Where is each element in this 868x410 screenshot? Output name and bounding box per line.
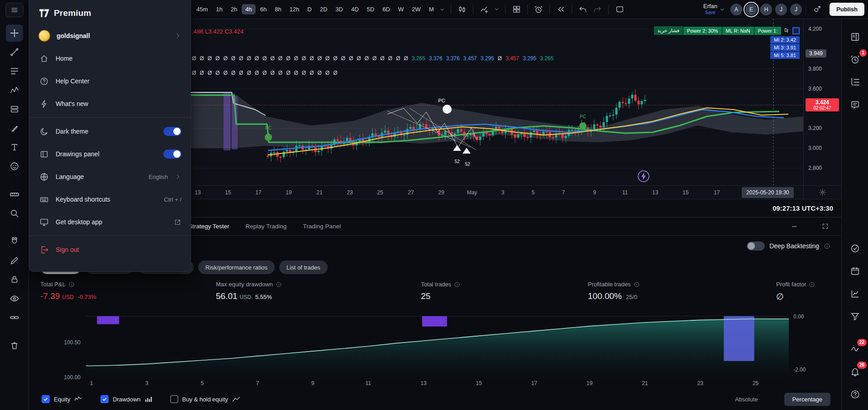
brush-tool[interactable]: [6, 120, 23, 137]
bar-replay-button[interactable]: [553, 2, 568, 17]
avatar-a-0[interactable]: A: [730, 4, 742, 15]
equity-checkbox[interactable]: Equity: [42, 395, 82, 403]
pattern-tool[interactable]: [6, 82, 23, 99]
create-alert-button[interactable]: [531, 2, 546, 17]
timeframe-2h[interactable]: 2h: [227, 4, 241, 14]
equity-chart[interactable]: [86, 312, 789, 378]
alarm-button[interactable]: 1: [846, 51, 863, 68]
alarm-icon: [850, 54, 860, 65]
deep-backtesting-toggle[interactable]: [747, 241, 765, 251]
timeframe-4h[interactable]: 4h: [242, 4, 255, 14]
info-icon[interactable]: [68, 281, 75, 288]
menu-item-language[interactable]: LanguageEnglish: [29, 165, 191, 188]
notes-button[interactable]: [846, 96, 863, 113]
info-icon[interactable]: [454, 281, 460, 288]
user-menu-chevron[interactable]: [717, 2, 727, 17]
avatar-j-3[interactable]: J: [775, 4, 787, 15]
bell-button[interactable]: 26: [846, 363, 863, 380]
timeframe-45m[interactable]: 45m: [193, 4, 211, 14]
help-button[interactable]: [846, 386, 863, 403]
tab-replay-trading[interactable]: Replay Trading: [246, 223, 287, 230]
drawdown-checkbox[interactable]: Drawdown: [100, 395, 152, 403]
account-menu-item[interactable]: goldsignall: [29, 24, 191, 47]
timeframe-2D[interactable]: 2D: [316, 4, 331, 14]
indicators-templates-button[interactable]: [491, 2, 501, 17]
ruler-tool[interactable]: [6, 186, 23, 203]
tab-trading-panel[interactable]: Trading Panel: [303, 223, 341, 230]
report-tab-list-of-trades[interactable]: List of trades: [279, 260, 327, 274]
panel-minimize-button[interactable]: [787, 219, 801, 234]
user-menu-button[interactable]: Erfan Save: [703, 3, 717, 15]
info-icon[interactable]: [634, 281, 640, 288]
eye-tool[interactable]: [6, 290, 23, 307]
avatar-j-4[interactable]: J: [790, 4, 802, 15]
text-tool[interactable]: [6, 139, 23, 156]
snapshot-button[interactable]: [612, 2, 627, 17]
timeframe-W[interactable]: W: [395, 4, 407, 14]
price-scale[interactable]: 3.424 02:02:47 4.2003.9493.8003.6003.200…: [803, 19, 841, 185]
trash-tool[interactable]: [6, 337, 23, 354]
link-tool[interactable]: [6, 309, 23, 326]
trend-line-tool[interactable]: [6, 43, 23, 61]
timeframe-D[interactable]: D: [304, 4, 315, 14]
info-icon[interactable]: [276, 281, 282, 288]
percentage-button[interactable]: Percentage: [784, 393, 831, 406]
selection-box-icon[interactable]: [792, 27, 800, 34]
lock-tool[interactable]: [6, 271, 23, 288]
menu-item-home[interactable]: Home: [29, 47, 191, 70]
timeframe-M[interactable]: M: [425, 4, 438, 14]
position-tool[interactable]: [6, 101, 23, 118]
timeframe-1h[interactable]: 1h: [212, 4, 226, 14]
menu-item-what-s-new[interactable]: What's new: [29, 92, 191, 115]
fib-lines-tool[interactable]: [6, 63, 23, 80]
menu-item-get-desktop-app[interactable]: Get desktop app: [29, 211, 191, 233]
watchlist-button[interactable]: [846, 28, 863, 45]
absolute-button[interactable]: Absolute: [735, 396, 758, 403]
info-icon[interactable]: [809, 281, 815, 288]
menu-item-keyboard-shortcuts[interactable]: Keyboard shortcutsCtrl + /: [29, 188, 191, 211]
crosshair-tool[interactable]: [6, 24, 23, 42]
screener-button[interactable]: [846, 308, 863, 325]
buy-hold-equity-checkbox[interactable]: Buy & hold equity: [170, 395, 240, 403]
calendar-button[interactable]: [846, 262, 863, 280]
timeframe-6D[interactable]: 6D: [379, 4, 394, 14]
tab-strategy-tester[interactable]: Strategy Tester: [188, 223, 229, 230]
timeframe-12h[interactable]: 12h: [286, 4, 303, 14]
dark-theme-toggle[interactable]: [163, 127, 181, 136]
minds-button[interactable]: 22: [846, 340, 863, 357]
timeframe-3D[interactable]: 3D: [332, 4, 347, 14]
timeframe-2W[interactable]: 2W: [408, 4, 424, 14]
explore-ideas-button[interactable]: [810, 2, 824, 17]
chart-style-button[interactable]: [455, 2, 469, 17]
timeframe-6h[interactable]: 6h: [257, 4, 270, 14]
record-circle-button[interactable]: [846, 240, 863, 257]
menu-item-dark-theme[interactable]: Dark theme: [29, 120, 191, 143]
chart-settings-button[interactable]: [803, 186, 841, 199]
timeframe-4D[interactable]: 4D: [348, 4, 362, 14]
timeframe-5D[interactable]: 5D: [363, 4, 378, 14]
main-menu-button[interactable]: [5, 3, 24, 17]
timeframe-8h[interactable]: 8h: [271, 4, 285, 14]
undo-button[interactable]: [576, 2, 590, 17]
emoji-tool[interactable]: [6, 158, 23, 175]
menu-item-help-center[interactable]: Help Center: [29, 70, 191, 92]
empty-value: Ø: [247, 55, 251, 62]
indicators-button[interactable]: [477, 2, 491, 17]
object-tree-button[interactable]: [846, 73, 863, 91]
avatar-h-2[interactable]: H: [760, 4, 772, 15]
drawings-panel-toggle[interactable]: [163, 150, 181, 159]
zoom-tool[interactable]: [6, 205, 23, 222]
menu-item-sign-out[interactable]: Sign out: [29, 238, 191, 261]
report-tab-risk-performance-ratios[interactable]: Risk/performance ratios: [198, 260, 275, 274]
redo-button[interactable]: [590, 2, 605, 17]
layout-button[interactable]: [509, 2, 524, 17]
menu-item-drawings-panel[interactable]: Drawings panel: [29, 143, 191, 165]
pencil-tool[interactable]: [6, 252, 23, 269]
info-icon[interactable]: [824, 243, 830, 250]
magnet-tool[interactable]: [6, 233, 23, 250]
avatar-e-1[interactable]: E: [745, 4, 757, 15]
panel-maximize-button[interactable]: [818, 219, 832, 234]
publish-button[interactable]: Publish: [830, 3, 864, 16]
pine-button[interactable]: [846, 285, 863, 302]
timeframe-expand-button[interactable]: [437, 2, 447, 17]
